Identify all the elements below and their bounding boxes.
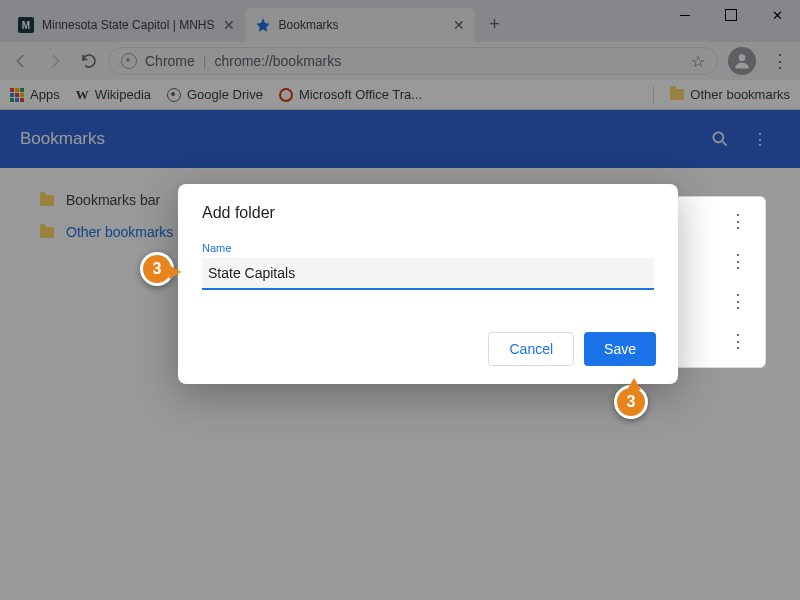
folder-name-input[interactable] (202, 258, 654, 290)
dialog-title: Add folder (202, 204, 654, 222)
item-menu-button[interactable]: ⋮ (719, 290, 757, 312)
item-menu-button[interactable]: ⋮ (719, 330, 757, 352)
cancel-button[interactable]: Cancel (488, 332, 574, 366)
save-button[interactable]: Save (584, 332, 656, 366)
item-menu-button[interactable]: ⋮ (719, 250, 757, 272)
name-field-label: Name (202, 242, 654, 254)
callout-marker: 3 (614, 385, 648, 419)
item-menu-button[interactable]: ⋮ (719, 210, 757, 232)
callout-marker: 3 (140, 252, 174, 286)
add-folder-dialog: Add folder Name Cancel Save (178, 184, 678, 384)
